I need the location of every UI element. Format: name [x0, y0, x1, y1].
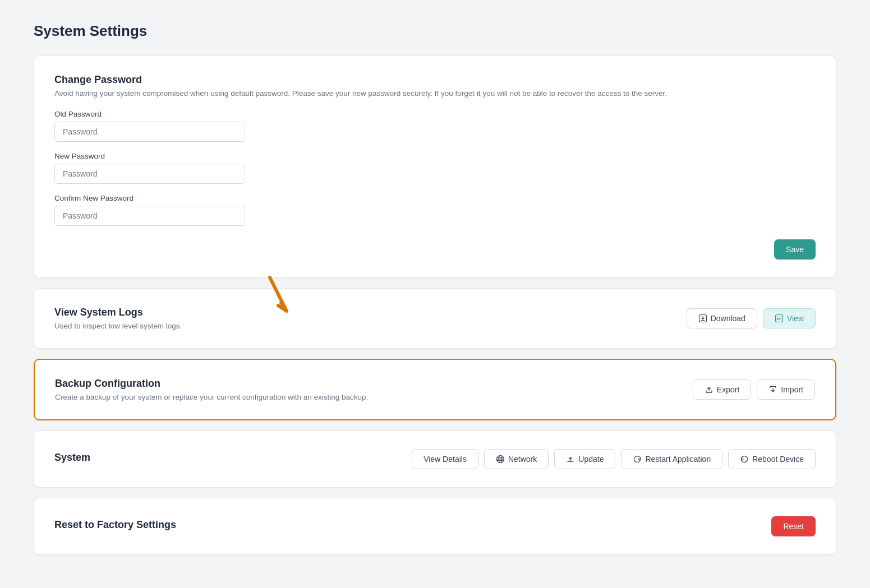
old-password-label: Old Password: [54, 110, 816, 118]
change-password-card: Change Password Avoid having your system…: [34, 55, 836, 278]
backup-configuration-card: Backup Configuration Create a backup of …: [34, 359, 836, 420]
backup-config-title: Backup Configuration: [55, 378, 368, 390]
save-password-button[interactable]: Save: [774, 239, 816, 260]
download-logs-button[interactable]: Download: [687, 308, 757, 328]
old-password-group: Old Password: [54, 110, 816, 142]
confirm-password-label: Confirm New Password: [54, 194, 816, 202]
change-password-title: Change Password: [54, 74, 816, 86]
backup-config-desc: Create a backup of your system or replac…: [55, 393, 368, 401]
reset-button[interactable]: Reset: [771, 516, 816, 536]
update-icon: [566, 455, 575, 464]
new-password-label: New Password: [54, 152, 816, 160]
new-password-group: New Password: [54, 152, 816, 184]
restart-icon: [633, 455, 642, 464]
page-title: System Settings: [34, 22, 836, 40]
system-logs-title: View System Logs: [54, 307, 182, 318]
import-icon: [768, 385, 777, 394]
new-password-input[interactable]: [54, 164, 245, 184]
view-logs-button[interactable]: View: [763, 308, 816, 328]
export-icon: [705, 385, 714, 394]
view-details-button[interactable]: View Details: [412, 449, 478, 469]
system-card: System View Details Network: [34, 430, 836, 488]
network-button[interactable]: Network: [484, 449, 549, 469]
change-password-desc: Avoid having your system compromised whe…: [54, 89, 816, 98]
export-button[interactable]: Export: [693, 379, 751, 400]
confirm-password-group: Confirm New Password: [54, 194, 816, 226]
view-system-logs-card: View System Logs Used to inspect low lev…: [34, 288, 836, 349]
download-icon: [698, 314, 707, 323]
old-password-input[interactable]: [54, 122, 245, 142]
reset-factory-card: Reset to Factory Settings Reset: [34, 498, 836, 555]
system-title: System: [54, 452, 90, 464]
reset-factory-title: Reset to Factory Settings: [54, 519, 176, 531]
system-logs-desc: Used to inspect low level system logs.: [54, 322, 182, 330]
import-button[interactable]: Import: [757, 379, 815, 400]
reboot-device-button[interactable]: Reboot Device: [728, 449, 816, 469]
confirm-password-input[interactable]: [54, 206, 245, 226]
update-button[interactable]: Update: [554, 449, 615, 469]
network-icon: [496, 455, 505, 464]
restart-application-button[interactable]: Restart Application: [621, 449, 722, 469]
reboot-icon: [740, 455, 749, 464]
view-icon: [775, 314, 784, 323]
